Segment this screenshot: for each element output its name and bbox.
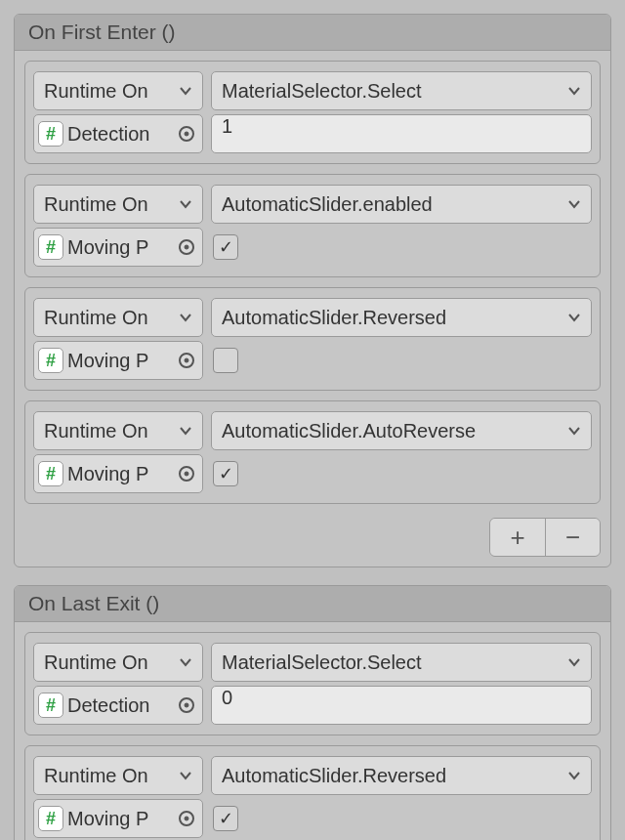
object-name-label: Detection (67, 694, 173, 717)
svg-point-3 (185, 245, 188, 249)
object-reference-field[interactable]: #Moving P (33, 228, 203, 267)
chevron-down-icon (179, 86, 192, 96)
call-state-dropdown[interactable]: Runtime On (33, 643, 203, 682)
chevron-down-icon (567, 199, 581, 209)
object-reference-field[interactable]: #Detection (33, 114, 203, 153)
call-state-dropdown-label: Runtime On (44, 765, 173, 787)
script-icon: # (38, 806, 63, 831)
function-dropdown-label: AutomaticSlider.Reversed (222, 765, 562, 787)
object-reference-field[interactable]: #Moving P (33, 799, 203, 838)
object-name-label: Moving P (67, 350, 173, 372)
event-listener: Runtime OnAutomaticSlider.Reversed#Movin… (24, 745, 601, 840)
script-icon: # (38, 234, 63, 260)
unity-event-block: On First Enter ()Runtime OnMaterialSelec… (14, 14, 611, 567)
event-listener: Runtime OnAutomaticSlider.Reversed#Movin… (24, 287, 601, 391)
bool-argument-checkbox[interactable] (213, 348, 238, 373)
list-footer: +− (15, 514, 610, 567)
remove-listener-button[interactable]: − (545, 519, 600, 556)
function-dropdown-label: MaterialSelector.Select (222, 80, 562, 103)
call-state-dropdown-label: Runtime On (44, 193, 173, 216)
function-dropdown[interactable]: MaterialSelector.Select (211, 643, 592, 682)
object-picker-icon[interactable] (177, 124, 196, 144)
bool-argument-checkbox[interactable]: ✓ (213, 234, 238, 260)
call-state-dropdown[interactable]: Runtime On (33, 185, 203, 224)
checkmark-icon: ✓ (219, 236, 233, 258)
call-state-dropdown[interactable]: Runtime On (33, 298, 203, 337)
event-listener: Runtime OnAutomaticSlider.enabled#Moving… (24, 174, 601, 277)
function-dropdown[interactable]: MaterialSelector.Select (211, 71, 592, 110)
script-icon: # (38, 461, 63, 486)
script-icon: # (38, 693, 63, 718)
object-picker-icon[interactable] (177, 464, 196, 483)
function-dropdown[interactable]: AutomaticSlider.AutoReverse (211, 411, 592, 450)
svg-point-1 (185, 132, 188, 136)
int-argument-input[interactable]: 1 (211, 114, 592, 153)
object-name-label: Detection (67, 123, 173, 146)
svg-point-7 (185, 472, 188, 476)
event-header: On First Enter () (15, 15, 610, 51)
bool-argument-checkbox[interactable]: ✓ (213, 461, 238, 486)
call-state-dropdown-label: Runtime On (44, 80, 173, 103)
object-reference-field[interactable]: #Moving P (33, 341, 203, 380)
event-listener: Runtime OnAutomaticSlider.AutoReverse#Mo… (24, 400, 601, 504)
chevron-down-icon (567, 426, 581, 436)
add-listener-button[interactable]: + (490, 519, 545, 556)
object-reference-field[interactable]: #Moving P (33, 454, 203, 493)
chevron-down-icon (567, 86, 581, 96)
function-dropdown-label: AutomaticSlider.Reversed (222, 307, 562, 329)
object-name-label: Moving P (67, 808, 173, 830)
object-picker-icon[interactable] (177, 237, 196, 257)
call-state-dropdown-label: Runtime On (44, 420, 173, 442)
int-argument-input[interactable]: 0 (211, 686, 592, 725)
chevron-down-icon (179, 313, 192, 322)
call-state-dropdown-label: Runtime On (44, 307, 173, 329)
chevron-down-icon (567, 313, 581, 322)
function-dropdown[interactable]: AutomaticSlider.enabled (211, 185, 592, 224)
script-icon: # (38, 121, 63, 147)
chevron-down-icon (179, 199, 192, 209)
svg-point-11 (185, 817, 188, 820)
event-listener: Runtime OnMaterialSelector.Select#Detect… (24, 61, 601, 164)
chevron-down-icon (567, 771, 581, 780)
checkmark-icon: ✓ (219, 463, 233, 484)
function-dropdown-label: MaterialSelector.Select (222, 651, 562, 674)
call-state-dropdown[interactable]: Runtime On (33, 756, 203, 795)
chevron-down-icon (179, 657, 192, 667)
function-dropdown-label: AutomaticSlider.AutoReverse (222, 420, 562, 442)
event-listener: Runtime OnMaterialSelector.Select#Detect… (24, 632, 601, 735)
chevron-down-icon (567, 657, 581, 667)
object-picker-icon[interactable] (177, 695, 196, 715)
function-dropdown[interactable]: AutomaticSlider.Reversed (211, 756, 592, 795)
chevron-down-icon (179, 426, 192, 436)
function-dropdown[interactable]: AutomaticSlider.Reversed (211, 298, 592, 337)
checkmark-icon: ✓ (219, 808, 233, 829)
chevron-down-icon (179, 771, 192, 780)
call-state-dropdown-label: Runtime On (44, 651, 173, 674)
event-header: On Last Exit () (15, 586, 610, 622)
object-reference-field[interactable]: #Detection (33, 686, 203, 725)
unity-event-block: On Last Exit ()Runtime OnMaterialSelecto… (14, 585, 611, 840)
call-state-dropdown[interactable]: Runtime On (33, 71, 203, 110)
bool-argument-checkbox[interactable]: ✓ (213, 806, 238, 831)
object-name-label: Moving P (67, 236, 173, 259)
call-state-dropdown[interactable]: Runtime On (33, 411, 203, 450)
svg-point-5 (185, 358, 188, 362)
object-name-label: Moving P (67, 463, 173, 485)
svg-point-9 (185, 703, 188, 707)
script-icon: # (38, 348, 63, 373)
object-picker-icon[interactable] (177, 809, 196, 828)
function-dropdown-label: AutomaticSlider.enabled (222, 193, 562, 216)
object-picker-icon[interactable] (177, 351, 196, 370)
